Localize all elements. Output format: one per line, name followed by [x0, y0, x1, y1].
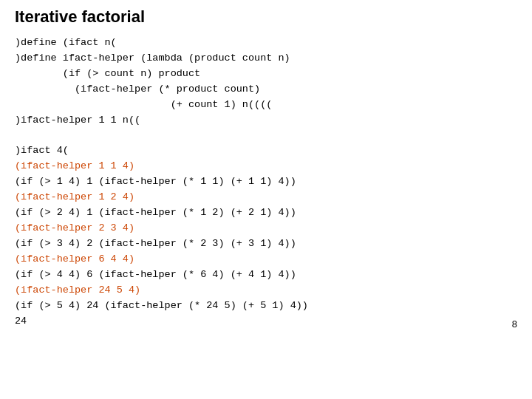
exec-line-12: 24: [15, 314, 517, 330]
definition-line-2: )define ifact-helper (lambda (product co…: [15, 51, 517, 66]
exec-line-5: (if (> 2 4) 1 (ifact-helper (* 1 2) (+ 2…: [15, 205, 517, 221]
exec-line-10: (ifact-helper 24 5 4): [15, 283, 517, 299]
blank-line: [15, 129, 517, 144]
definition-line-6: )ifact-helper 1 1 n((: [15, 113, 517, 129]
page-number: 8: [512, 318, 517, 330]
exec-line-2: (ifact-helper 1 1 4): [15, 159, 517, 174]
exec-line-4: (ifact-helper 1 2 4): [15, 190, 517, 205]
exec-line-7: (if (> 3 4) 2 (ifact-helper (* 2 3) (+ 3…: [15, 236, 517, 252]
page-title: Iterative factorial: [15, 7, 517, 27]
code-block: )define (ifact n( )define ifact-helper (…: [15, 35, 517, 330]
page-container: Iterative factorial )define (ifact n( )d…: [0, 0, 532, 337]
definition-line-3: (if (> count n) product: [15, 66, 517, 82]
definition-line-1: )define (ifact n(: [15, 35, 517, 51]
exec-line-3: (if (> 1 4) 1 (ifact-helper (* 1 1) (+ 1…: [15, 174, 517, 190]
definition-line-4: (ifact-helper (* product count): [15, 82, 517, 98]
exec-line-1: )ifact 4(: [15, 143, 517, 159]
exec-line-11: (if (> 5 4) 24 (ifact-helper (* 24 5) (+…: [15, 299, 517, 314]
exec-line-6: (ifact-helper 2 3 4): [15, 221, 517, 236]
exec-line-9: (if (> 4 4) 6 (ifact-helper (* 6 4) (+ 4…: [15, 267, 517, 283]
definition-line-5: (+ count 1) n((((: [15, 98, 517, 113]
exec-line-8: (ifact-helper 6 4 4): [15, 252, 517, 267]
